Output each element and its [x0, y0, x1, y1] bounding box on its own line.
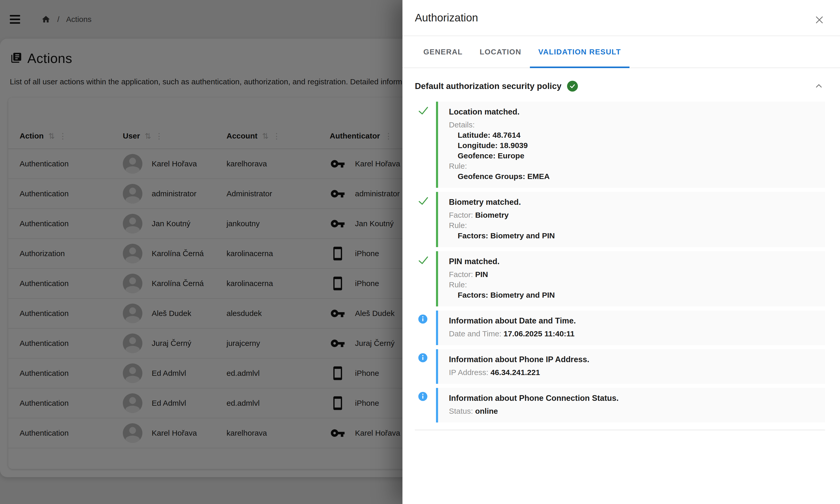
- validation-item-title: Location matched.: [449, 107, 817, 117]
- validation-card: Biometry matched. Factor: BiometryRule:F…: [436, 192, 825, 247]
- policy-title: Default authorization security policy: [415, 81, 561, 91]
- validation-line: Geofence Groups: EMEA: [449, 171, 817, 182]
- validation-card: PIN matched. Factor: PINRule:Factors: Bi…: [436, 251, 825, 306]
- drawer-tabs: GENERAL LOCATION VALIDATION RESULT: [403, 36, 840, 68]
- policy-success-badge-icon: [567, 81, 578, 92]
- section-divider: [415, 430, 825, 430]
- validation-line: Factor: Biometry: [449, 210, 817, 220]
- validation-item: Information about Phone Connection Statu…: [415, 388, 825, 422]
- validation-line: Factors: Biometry and PIN: [449, 231, 817, 241]
- validation-line: Rule:: [449, 220, 817, 231]
- validation-line: Rule:: [449, 161, 817, 171]
- drawer-title: Authorization: [415, 12, 478, 24]
- validation-line: Date and Time: 17.06.2025 11:40:11: [449, 329, 817, 339]
- validation-item-title: Information about Date and Time.: [449, 316, 817, 326]
- validation-card: Information about Phone Connection Statu…: [436, 388, 825, 422]
- validation-item: PIN matched. Factor: PINRule:Factors: Bi…: [415, 251, 825, 306]
- validation-line: Details:: [449, 120, 817, 130]
- validation-line: Latitude: 48.7614: [449, 130, 817, 140]
- close-button[interactable]: [812, 13, 827, 28]
- check-icon: [417, 113, 429, 118]
- validation-line: Rule:: [449, 280, 817, 290]
- validation-results-list: Location matched. Details:Latitude: 48.7…: [415, 102, 825, 422]
- validation-item: Information about Phone IP Address. IP A…: [415, 349, 825, 384]
- tab-validation-result[interactable]: VALIDATION RESULT: [530, 36, 629, 68]
- info-icon: [417, 321, 428, 325]
- validation-line: Longitude: 18.9039: [449, 140, 817, 151]
- collapse-toggle[interactable]: [812, 80, 825, 92]
- validation-line: IP Address: 46.34.241.221: [449, 367, 817, 378]
- close-icon: [814, 15, 824, 26]
- info-icon: [417, 360, 428, 364]
- authorization-drawer: Authorization GENERAL LOCATION VALIDATIO…: [403, 0, 840, 504]
- info-icon: [417, 398, 428, 403]
- tab-general[interactable]: GENERAL: [415, 36, 471, 68]
- validation-item-title: Biometry matched.: [449, 197, 817, 208]
- tab-location[interactable]: LOCATION: [471, 36, 530, 68]
- validation-item-title: Information about Phone Connection Statu…: [449, 393, 817, 403]
- validation-card: Information about Phone IP Address. IP A…: [436, 349, 825, 384]
- validation-line: Factor: PIN: [449, 269, 817, 280]
- validation-result-panel: Default authorization security policy: [403, 68, 840, 504]
- validation-item: Information about Date and Time. Date an…: [415, 310, 825, 345]
- validation-item-title: Information about Phone IP Address.: [449, 355, 817, 365]
- validation-card: Location matched. Details:Latitude: 48.7…: [436, 102, 825, 188]
- validation-line: Geofence: Europe: [449, 151, 817, 161]
- validation-item-title: PIN matched.: [449, 256, 817, 267]
- validation-item: Biometry matched. Factor: BiometryRule:F…: [415, 192, 825, 247]
- validation-item: Location matched. Details:Latitude: 48.7…: [415, 102, 825, 188]
- check-icon: [417, 263, 429, 267]
- policy-header: Default authorization security policy: [415, 80, 825, 92]
- validation-card: Information about Date and Time. Date an…: [436, 310, 825, 345]
- validation-line: Factors: Biometry and PIN: [449, 290, 817, 300]
- chevron-up-icon: [814, 81, 824, 92]
- validation-line: Status: online: [449, 406, 817, 416]
- check-icon: [417, 203, 429, 208]
